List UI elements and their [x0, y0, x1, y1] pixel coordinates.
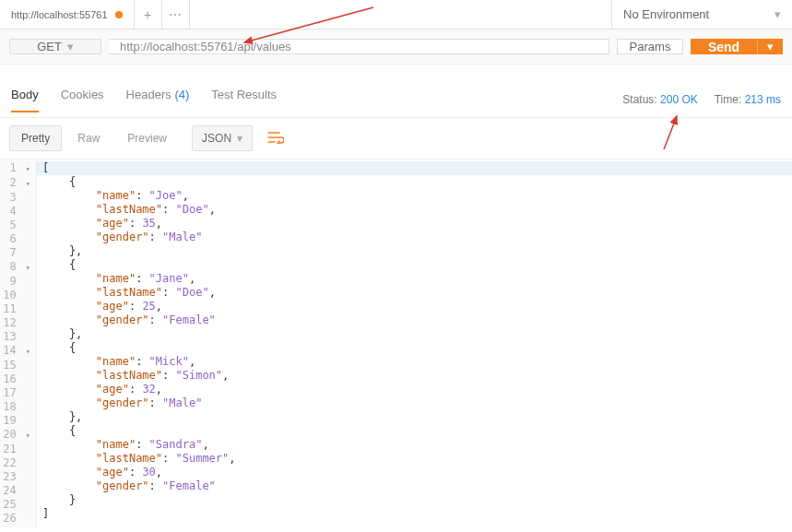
time-value: 213 ms: [745, 93, 781, 106]
tab-overflow-button[interactable]: ⋯: [162, 0, 190, 29]
new-tab-button[interactable]: +: [135, 0, 162, 29]
tab-test-results[interactable]: Test Results: [211, 88, 277, 112]
request-tab[interactable]: http://localhost:55761: [0, 0, 135, 29]
http-method-select[interactable]: GET ▾: [9, 39, 101, 54]
status-label: Status:: [622, 93, 656, 106]
status-value: 200 OK: [660, 93, 698, 106]
chevron-down-icon: ▾: [237, 132, 242, 145]
headers-label: Headers: [126, 88, 171, 101]
body-format-select[interactable]: JSON ▾: [192, 125, 253, 151]
chevron-down-icon: ▾: [767, 40, 774, 53]
response-tabs: Body Cookies Headers (4) Test Results: [11, 88, 277, 112]
format-label: JSON: [202, 132, 231, 145]
params-label: Params: [630, 40, 671, 53]
response-body-code[interactable]: [ { "name": "Joe", "lastName": "Doe", "a…: [37, 160, 792, 527]
tab-headers[interactable]: Headers (4): [126, 88, 190, 112]
chevron-down-icon: ▾: [774, 7, 781, 21]
response-body-viewer: 1 ▾2 ▾3 4 5 6 7 8 ▾9 10 11 12 13 14 ▾15 …: [0, 160, 792, 527]
url-input[interactable]: [109, 39, 609, 54]
body-toolbar: Pretty Raw Preview JSON ▾: [0, 118, 792, 160]
method-label: GET: [37, 40, 62, 53]
headers-count: (4): [174, 88, 189, 101]
response-meta: Status: 200 OK Time: 213 ms: [622, 93, 781, 106]
line-number-gutter: 1 ▾2 ▾3 4 5 6 7 8 ▾9 10 11 12 13 14 ▾15 …: [0, 160, 37, 527]
environment-select[interactable]: No Environment ▾: [611, 0, 792, 29]
send-button[interactable]: Send: [691, 39, 757, 54]
view-preview-button[interactable]: Preview: [115, 125, 179, 151]
unsaved-dot-icon: [115, 11, 123, 18]
view-pretty-button[interactable]: Pretty: [9, 125, 62, 151]
send-group: Send ▾: [691, 39, 783, 54]
tab-title: http://localhost:55761: [11, 9, 108, 20]
tab-bar: http://localhost:55761 + ⋯ No Environmen…: [0, 0, 792, 30]
params-button[interactable]: Params: [617, 39, 683, 54]
send-dropdown-button[interactable]: ▾: [757, 39, 783, 54]
tab-body[interactable]: Body: [11, 88, 39, 112]
view-raw-button[interactable]: Raw: [65, 125, 112, 151]
chevron-down-icon: ▾: [67, 40, 74, 53]
environment-label: No Environment: [623, 7, 709, 21]
tab-cookies[interactable]: Cookies: [61, 88, 104, 112]
response-tabs-row: Body Cookies Headers (4) Test Results St…: [0, 81, 792, 118]
wrap-lines-icon[interactable]: [267, 131, 284, 147]
request-bar: GET ▾ Params Send ▾: [0, 30, 792, 65]
time-label: Time:: [715, 93, 742, 106]
